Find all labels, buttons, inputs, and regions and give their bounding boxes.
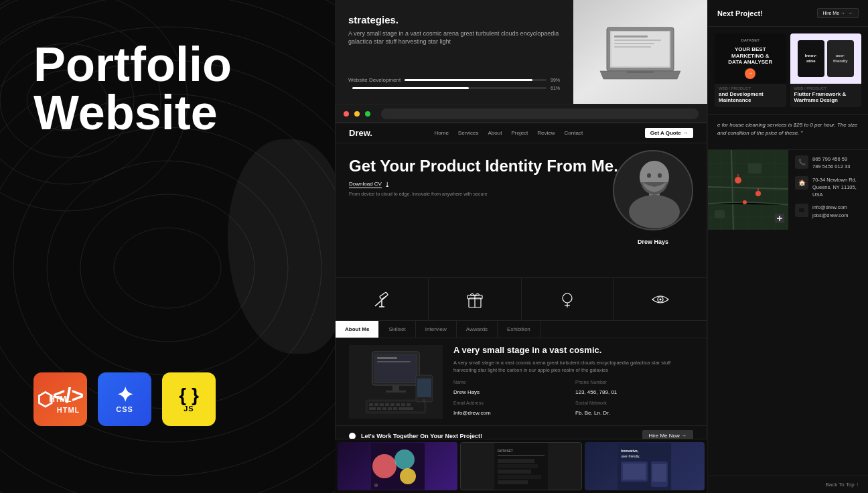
- svg-rect-55: [401, 403, 405, 406]
- about-headline: A very small stage in a vast cosmic.: [453, 345, 693, 355]
- thumbnail-3[interactable]: Innovative, user-friendly,: [585, 442, 705, 490]
- svg-rect-101: [715, 210, 725, 218]
- progress-bars: Website Development 99% 61%: [348, 77, 560, 90]
- tab-awwards[interactable]: Awwards: [457, 321, 498, 338]
- svg-rect-52: [385, 403, 389, 406]
- icon-venus: [522, 278, 615, 320]
- cta-hire-button[interactable]: Hire Me Now →: [642, 430, 693, 439]
- avatar-image: [614, 151, 693, 230]
- svg-text:Innovative,: Innovative,: [621, 449, 639, 453]
- svg-rect-64: [417, 378, 431, 397]
- svg-rect-46: [386, 391, 406, 393]
- project-card-2[interactable]: Innov-ative user-friendly WEB / PRODUCT …: [790, 33, 862, 107]
- contact-email: ✉ info@drew.comjobs@drew.com: [795, 204, 861, 219]
- detail-phone: Phone Number 123, 456, 789, 01: [575, 380, 693, 397]
- laptop-svg: [597, 22, 684, 82]
- svg-point-38: [660, 298, 662, 300]
- cta-dot: [349, 433, 356, 439]
- strategy-headline: strategies.: [348, 13, 560, 27]
- phone-icon: 📞: [795, 155, 808, 169]
- svg-rect-49: [369, 403, 373, 406]
- avatar-circle: [613, 150, 693, 230]
- project-card-1[interactable]: DATASET YOUR BESTMARKETING &DATA ANALYSE…: [715, 33, 786, 107]
- thumbnail-1[interactable]: ◎: [338, 442, 457, 490]
- svg-point-68: [394, 449, 415, 470]
- detail-social: Social Network Fb. Be. Ln. Dr.: [575, 401, 693, 417]
- svg-rect-76: [498, 470, 531, 474]
- svg-rect-62: [399, 407, 413, 410]
- icon-telescope: [336, 278, 429, 320]
- bottom-thumbnails: ◎ DATASET: [335, 439, 707, 493]
- email-icon: ✉: [795, 204, 808, 217]
- browser-maximize[interactable]: [365, 111, 370, 117]
- nav-cta-button[interactable]: Get A Quote →: [645, 128, 693, 138]
- nav-links: Home Services About Project Review Conta…: [434, 130, 583, 136]
- cta-text: Let's Work Together On Your Next Project…: [361, 433, 482, 439]
- progress-row-2: 61%: [348, 86, 560, 90]
- svg-rect-16: [614, 36, 648, 38]
- site-hero: Get Your Product Identity From Me. Downl…: [336, 143, 707, 277]
- left-content: Portfolio Website ⬡ HTML </> HTML ✦ CSS: [0, 0, 335, 493]
- svg-rect-75: [498, 464, 538, 468]
- tab-exhibition[interactable]: Exhibition: [498, 321, 540, 338]
- about-text: A very small stage in a vast cosmic. A v…: [453, 345, 693, 419]
- svg-rect-19: [614, 46, 651, 48]
- contact-address: 🏠 70-34 Newtown Rd,Queens, NY 11105, USA: [795, 176, 861, 199]
- site-content: Drew. Home Services About Project Review…: [336, 123, 707, 439]
- svg-rect-44: [377, 361, 411, 362]
- nav-review[interactable]: Review: [537, 130, 555, 136]
- about-details: Name Drew Hays Phone Number 123, 456, 78…: [453, 380, 693, 417]
- svg-rect-60: [388, 407, 392, 410]
- svg-rect-51: [380, 403, 384, 406]
- tab-about-me[interactable]: About Me: [336, 321, 379, 338]
- nav-services[interactable]: Services: [458, 130, 479, 136]
- project-card-1-visual: DATASET YOUR BESTMARKETING &DATA ANALYSE…: [715, 33, 786, 84]
- svg-rect-61: [393, 407, 397, 410]
- svg-text:user-friendly,: user-friendly,: [621, 454, 640, 458]
- svg-point-99: [743, 200, 747, 204]
- svg-rect-77: [498, 475, 541, 479]
- back-to-top: Back To Top ↑: [708, 476, 868, 493]
- icon-gift: [429, 278, 522, 320]
- download-arrow: ⤓: [384, 181, 390, 188]
- hire-me-button[interactable]: Hire Me → →: [817, 8, 859, 18]
- laptop-visual: [573, 0, 707, 104]
- thumbnail-2[interactable]: DATASET: [460, 442, 581, 490]
- svg-rect-56: [407, 403, 411, 406]
- download-label: Download CV: [349, 181, 382, 188]
- nav-home[interactable]: Home: [434, 130, 448, 136]
- testimonial-text: e for house cleaning services is $25 to …: [717, 121, 859, 137]
- svg-rect-43: [377, 357, 397, 359]
- about-tabs: About Me Skillset Interview Awwards Exhi…: [336, 321, 707, 338]
- nav-project[interactable]: Project: [511, 130, 528, 136]
- browser-minimize[interactable]: [354, 111, 360, 117]
- top-strip: strategies. A very small stage in a vast…: [335, 0, 707, 104]
- contact-phone: 📞 865 799 456 59789 5456 012 33: [795, 155, 861, 171]
- strategy-text-area: strategies. A very small stage in a vast…: [335, 0, 573, 104]
- back-top-text[interactable]: Back To Top ↑: [825, 482, 859, 488]
- svg-point-67: [372, 454, 396, 478]
- cta-left: Let's Work Together On Your Next Project…: [349, 433, 482, 439]
- nav-about[interactable]: About: [488, 130, 502, 136]
- svg-rect-17: [614, 40, 661, 41]
- svg-rect-74: [498, 459, 534, 463]
- nav-contact[interactable]: Contact: [565, 130, 583, 136]
- map-area: [708, 150, 788, 230]
- html-badge: ⬡ HTML </> HTML: [33, 372, 87, 426]
- site-nav: Drew. Home Services About Project Review…: [336, 123, 707, 143]
- svg-rect-78: [498, 480, 528, 484]
- project-card-2-visual: Innov-ative user-friendly: [790, 33, 862, 84]
- far-right-panel: Next Project! Hire Me → → DATASET YOUR B…: [707, 0, 868, 493]
- svg-rect-50: [374, 403, 378, 406]
- browser-preview: Drew. Home Services About Project Review…: [335, 104, 707, 439]
- svg-rect-53: [390, 403, 394, 406]
- next-project-title: Next Project!: [717, 9, 763, 17]
- email-text: info@drew.comjobs@drew.com: [812, 204, 848, 219]
- tab-skillset[interactable]: Skillset: [379, 321, 415, 338]
- svg-rect-58: [377, 407, 381, 410]
- tab-interview[interactable]: Interview: [416, 321, 457, 338]
- svg-rect-83: [623, 464, 646, 480]
- project-cards: DATASET YOUR BESTMARKETING &DATA ANALYSE…: [708, 27, 868, 114]
- browser-close[interactable]: [344, 111, 349, 117]
- hero-avatar: Drew Hays: [613, 150, 693, 257]
